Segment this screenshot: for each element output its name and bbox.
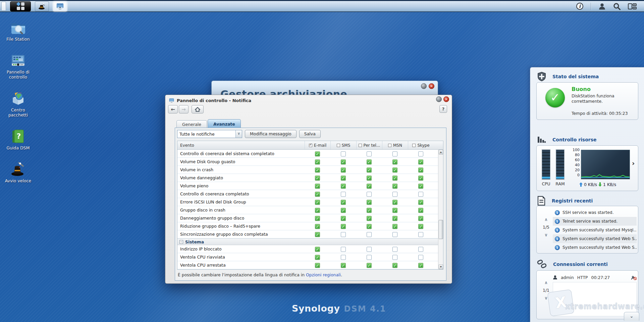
notification-checkbox-checked[interactable]: ✓ (341, 159, 346, 165)
expand-arrow-icon[interactable]: › (632, 159, 635, 167)
notification-checkbox-checked[interactable]: ✓ (367, 200, 372, 205)
notification-checkbox-unchecked[interactable] (341, 151, 346, 156)
main-menu-button[interactable] (10, 1, 31, 11)
notification-checkbox-unchecked[interactable] (392, 232, 397, 237)
notification-checkbox-checked[interactable]: ✓ (315, 224, 320, 229)
desktop-icon-dsm-help[interactable]: ? Guida DSM (3, 128, 34, 150)
notification-checkbox-checked[interactable]: ✓ (315, 208, 320, 213)
notification-checkbox-checked[interactable]: ✓ (367, 159, 372, 165)
tab-generale[interactable]: Generale (176, 120, 207, 128)
tab-avanzate[interactable]: Avanzate (208, 119, 241, 128)
notification-checkbox-checked[interactable]: ✓ (392, 176, 397, 181)
notification-checkbox-checked[interactable]: ✓ (418, 208, 423, 213)
notification-checkbox-checked[interactable]: ✓ (418, 159, 423, 165)
column-header-msn[interactable]: MSN (382, 141, 408, 149)
column-header-evento[interactable]: Evento (177, 141, 305, 149)
notification-checkbox-checked[interactable]: ✓ (392, 208, 397, 213)
collapse-group-icon[interactable]: − (179, 240, 183, 244)
notification-checkbox-checked[interactable]: ✓ (418, 263, 423, 268)
header-checkbox[interactable] (412, 144, 416, 147)
disconnect-icon[interactable] (631, 275, 637, 280)
notification-checkbox-checked[interactable]: ✓ (418, 200, 423, 205)
home-button[interactable] (192, 105, 204, 113)
notification-checkbox-checked[interactable]: ✓ (418, 184, 423, 189)
notification-checkbox-unchecked[interactable] (392, 151, 397, 156)
pager-down-arrow[interactable]: ∨ (540, 232, 552, 237)
notification-checkbox-checked[interactable]: ✓ (392, 263, 397, 268)
notification-checkbox-checked[interactable]: ✓ (341, 263, 346, 268)
desktop-icon-package-center[interactable]: Centro pacchetti (3, 90, 34, 118)
notification-checkbox-checked[interactable]: ✓ (341, 184, 346, 189)
notification-checkbox-checked[interactable]: ✓ (367, 216, 372, 221)
desktop-icon-control-panel[interactable]: Pannello di controllo (3, 52, 34, 80)
notification-checkbox-unchecked[interactable] (341, 192, 346, 197)
notification-checkbox-checked[interactable]: ✓ (315, 255, 320, 260)
notification-checkbox-checked[interactable]: ✓ (418, 216, 423, 221)
notification-checkbox-checked[interactable]: ✓ (392, 168, 397, 173)
notification-checkbox-unchecked[interactable] (341, 255, 346, 260)
notification-checkbox-checked[interactable]: ✓ (341, 208, 346, 213)
pager-up-arrow[interactable]: ∧ (540, 280, 552, 285)
regional-options-link[interactable]: Opzioni regionali (306, 272, 341, 277)
log-entry[interactable]: iSystem successfully started Mysql... (553, 226, 637, 234)
notification-checkbox-unchecked[interactable] (418, 247, 423, 252)
notification-checkbox-checked[interactable]: ✓ (367, 168, 372, 173)
forward-button[interactable]: → (179, 105, 189, 113)
scrollbar-thumb[interactable] (439, 220, 443, 239)
notification-checkbox-unchecked[interactable] (367, 192, 372, 197)
vertical-scrollbar[interactable]: ▲ ▼ (438, 150, 443, 269)
notification-checkbox-unchecked[interactable] (367, 247, 372, 252)
back-button[interactable]: ← (168, 105, 178, 113)
header-checkbox[interactable] (309, 144, 312, 147)
save-button[interactable]: Salva (299, 130, 321, 138)
column-header-pertel[interactable]: Per tel... (356, 141, 382, 149)
info-icon[interactable]: i (576, 3, 583, 10)
edit-message-button[interactable]: Modifica messaggio (245, 130, 297, 138)
notification-checkbox-unchecked[interactable] (392, 247, 397, 252)
help-button[interactable]: ? (439, 105, 447, 113)
dialog-titlebar[interactable]: Pannello di controllo - Notifica (169, 97, 432, 104)
desktop-icon-quick-start[interactable]: Avvio veloce (3, 161, 34, 183)
notification-checkbox-checked[interactable]: ✓ (315, 232, 320, 237)
quick-launch-button[interactable] (35, 1, 49, 11)
notification-checkbox-checked[interactable]: ✓ (418, 176, 423, 181)
dialog-minimize-button[interactable] (436, 96, 442, 102)
user-icon[interactable] (598, 3, 606, 10)
notification-checkbox-checked[interactable]: ✓ (315, 216, 320, 221)
column-header-email[interactable]: E-mail (305, 141, 330, 149)
notification-checkbox-unchecked[interactable] (367, 232, 372, 237)
notification-checkbox-checked[interactable]: ✓ (341, 224, 346, 229)
log-entry[interactable]: iSystem successfully started Web S... (553, 243, 637, 252)
notification-checkbox-checked[interactable]: ✓ (367, 208, 372, 213)
notification-checkbox-checked[interactable]: ✓ (315, 200, 320, 205)
notification-checkbox-checked[interactable]: ✓ (367, 224, 372, 229)
pilot-view-icon[interactable] (628, 3, 637, 10)
notification-checkbox-unchecked[interactable] (418, 255, 423, 260)
panel-collapse-button[interactable]: ⌄ (624, 312, 639, 321)
notification-checkbox-unchecked[interactable] (341, 232, 346, 237)
notification-checkbox-unchecked[interactable] (392, 255, 397, 260)
scroll-down-arrow[interactable]: ▼ (439, 265, 443, 269)
notification-checkbox-checked[interactable]: ✓ (315, 151, 320, 156)
notification-checkbox-unchecked[interactable] (418, 192, 423, 197)
column-header-skype[interactable]: Skype (408, 141, 434, 149)
notification-checkbox-unchecked[interactable] (367, 151, 372, 156)
notification-checkbox-checked[interactable]: ✓ (341, 200, 346, 205)
notification-filter-select[interactable]: Tutte le notifiche ∨ (177, 130, 242, 138)
notification-checkbox-checked[interactable]: ✓ (341, 168, 346, 173)
notification-checkbox-unchecked[interactable] (392, 192, 397, 197)
notification-checkbox-checked[interactable]: ✓ (315, 159, 320, 165)
desktop-icon-file-station[interactable]: File Station (3, 19, 34, 42)
log-entry[interactable]: iTelnet service was started. (553, 217, 637, 226)
notification-checkbox-checked[interactable]: ✓ (367, 176, 372, 181)
log-entry[interactable]: iSystem successfully started Web S... (553, 234, 637, 243)
notification-checkbox-checked[interactable]: ✓ (315, 247, 320, 252)
close-button[interactable]: ✕ (429, 83, 434, 89)
notification-checkbox-checked[interactable]: ✓ (392, 224, 397, 229)
notification-checkbox-checked[interactable]: ✓ (315, 192, 320, 197)
dialog-close-button[interactable]: ✕ (443, 96, 449, 102)
notification-checkbox-checked[interactable]: ✓ (315, 176, 320, 181)
scroll-up-arrow[interactable]: ▲ (439, 150, 443, 154)
notification-checkbox-unchecked[interactable] (418, 151, 423, 156)
column-header-sms[interactable]: SMS (330, 141, 356, 149)
